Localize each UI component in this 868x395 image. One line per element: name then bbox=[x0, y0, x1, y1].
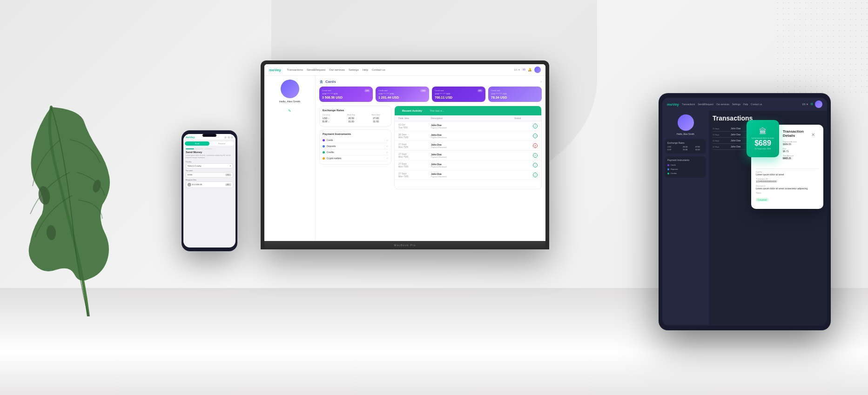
tablet-nav-services[interactable]: Our services bbox=[716, 103, 729, 106]
exchange-usd-label: USD ↓ bbox=[323, 117, 339, 120]
activity-col-desc: Description bbox=[431, 117, 514, 120]
payment-crypto[interactable]: Crypto wallets ∨ bbox=[323, 155, 388, 161]
tablet-lang[interactable]: EN ▼ bbox=[802, 103, 808, 106]
tablet-nav-transactions[interactable]: Transactions bbox=[682, 103, 695, 106]
activity-tab-last[interactable]: The last e... bbox=[426, 108, 448, 113]
modal-fee: Fee $6.71 bbox=[783, 147, 819, 153]
payment-instruments-box: Payment Instruments Cards ∨ Deposits ∨ bbox=[319, 129, 391, 165]
laptop-nav-contact[interactable]: Contact us bbox=[372, 68, 385, 71]
laptop-lang[interactable]: EN ▼ bbox=[514, 68, 520, 71]
card-3-amount: 78.34 USD bbox=[491, 96, 539, 99]
credit-card-1[interactable]: Credit card 1234 **** **** 6765 1 201.44… bbox=[376, 87, 429, 102]
description-value: Lorem ipsum dolor sit amet consectetur a… bbox=[756, 187, 819, 190]
payment-amount-value: $689.05 bbox=[783, 143, 819, 146]
tablet-nav-right: EN ▼ ⚙ bbox=[802, 100, 822, 108]
exchange-eur-buy: 31.00 bbox=[339, 120, 363, 123]
exchange-col-currency: Currency bbox=[323, 114, 339, 116]
laptop-nav-transactions[interactable]: Transactions bbox=[287, 68, 303, 71]
phone-logo: moVey bbox=[186, 136, 195, 139]
phone-recipient-label: Recipient Gets bbox=[186, 179, 233, 181]
tablet-payment-deposits[interactable]: Deposits bbox=[667, 167, 704, 171]
tablet-nav-help[interactable]: Help bbox=[743, 103, 748, 106]
laptop-lower: Exchange Rates Currency Bank Buy Bank Sa… bbox=[319, 106, 542, 189]
modal-details-section: Paid by: Lorem ipsum dolor sit amet Tran… bbox=[756, 168, 819, 202]
phone-tabs: Send Request bbox=[185, 141, 234, 146]
activity-row-1: 28 Sept Mon *555 John Doe Payment Receiv… bbox=[395, 131, 541, 141]
modal-paid-by: Paid by: Lorem ipsum dolor sit amet bbox=[756, 171, 819, 176]
credit-card-0[interactable]: Credit card 1234 **** **** 6478 3 508.56… bbox=[319, 87, 373, 102]
laptop-nav-send[interactable]: Send&Request bbox=[307, 68, 325, 71]
laptop-sidebar-avatar bbox=[281, 80, 299, 98]
payment-label-deposits: Deposits bbox=[327, 145, 384, 147]
activity-status-1: ✓ bbox=[533, 134, 538, 138]
phone-tab-send[interactable]: Send bbox=[185, 141, 209, 146]
activity-row-4: 27 Sept Mon *555 John Doe Payment Receiv… bbox=[395, 161, 541, 170]
card-0-label: Credit card bbox=[322, 89, 370, 92]
phone-send-input[interactable]: $ 300 USD ↓ bbox=[186, 172, 233, 178]
activity-date-1: 28 Sept Mon *555 bbox=[398, 133, 431, 139]
phone-recipient-amount: $ 13 818.06 bbox=[192, 183, 224, 186]
tablet-payment-cards[interactable]: Cards bbox=[667, 163, 704, 167]
payment-cards[interactable]: Cards ∨ bbox=[323, 137, 388, 143]
laptop-user-avatar[interactable] bbox=[534, 67, 541, 73]
payment-chevron-credits: ∨ bbox=[386, 151, 388, 154]
payment-credits[interactable]: Credits ∨ bbox=[323, 149, 388, 155]
credit-card-3[interactable]: Credit card 1234 **** **** 7324 78.34 US… bbox=[488, 87, 542, 102]
laptop-cards-section: 🏦 Cards › Credit card 1234 **** **** 647… bbox=[316, 76, 545, 241]
phone-recipient-input[interactable]: $ 13 818.06 UAH ↓ bbox=[186, 181, 233, 188]
card-2-amount: 700.11 USD bbox=[435, 96, 483, 99]
tablet-user-avatar bbox=[678, 114, 694, 131]
phone-icon-2 bbox=[228, 136, 230, 139]
tablet-nav-settings[interactable]: Settings bbox=[732, 103, 740, 106]
phone-dropdown-icon: ▼ bbox=[229, 165, 231, 167]
modal-payment-amount: Payment Amount $689.05 bbox=[783, 141, 819, 146]
payment-title: Payment Instruments bbox=[323, 133, 388, 135]
payment-label-credits: Credits bbox=[327, 151, 384, 154]
phone-tab-request[interactable]: Request bbox=[209, 141, 234, 146]
payment-deposits[interactable]: Deposits ∨ bbox=[323, 143, 388, 149]
tablet-payment-credits[interactable]: Credits bbox=[667, 171, 704, 175]
tablet-settings-icon[interactable]: ⚙ bbox=[810, 102, 813, 106]
transaction-id-value: 1234500000000000 bbox=[756, 180, 819, 183]
phone-recipient-currency[interactable]: UAH ↓ bbox=[225, 183, 231, 186]
exchange-header-row: Currency Bank Buy Bank Sale bbox=[323, 114, 388, 116]
exchange-col-buy: Bank Buy bbox=[339, 114, 363, 116]
tablet-nav-send[interactable]: Send&Request bbox=[698, 103, 713, 106]
payment-dot-credits bbox=[323, 151, 325, 154]
activity-row-2: 27 Sept Mon *555 John Doe Payment Receiv… bbox=[395, 141, 541, 151]
phone-icon-1 bbox=[224, 136, 227, 139]
activity-tab-recent[interactable]: Recent Activity bbox=[398, 108, 426, 113]
modal-status: Status: Completed bbox=[756, 192, 819, 202]
card-2-label: Credit card bbox=[435, 89, 483, 92]
laptop-screen: moVey Transactions Send&Request Our serv… bbox=[264, 64, 545, 241]
tablet-eur-sale: 31.50 bbox=[692, 148, 704, 151]
activity-date-5: 27 Sept Mon *555 bbox=[398, 172, 431, 178]
cards-chevron[interactable]: › bbox=[540, 80, 542, 84]
activity-desc-4: John Doe Payment Received bbox=[431, 163, 514, 168]
payment-dot-deposits bbox=[323, 145, 325, 147]
card-2-number: 1234 **** **** 6432 bbox=[435, 93, 483, 95]
phone-country-input[interactable]: Select a Country ▼ bbox=[186, 163, 233, 168]
laptop-bell-icon[interactable]: 🔔 bbox=[528, 68, 532, 72]
laptop-nav-settings[interactable]: Settings bbox=[349, 68, 359, 71]
modal-close-button[interactable]: ✕ bbox=[811, 132, 815, 137]
total-value: $683.21 bbox=[783, 157, 819, 160]
laptop-mail-icon[interactable]: ✉ bbox=[523, 68, 525, 72]
payment-chevron-deposits: ∨ bbox=[386, 145, 388, 147]
laptop-nav-help[interactable]: Help bbox=[363, 68, 368, 71]
laptop-edit-icon[interactable]: ✎ bbox=[268, 106, 311, 114]
activity-header: Recent Activity The last e... bbox=[395, 106, 541, 115]
activity-status-4: ✓ bbox=[533, 163, 538, 167]
laptop-frame: moVey Transactions Send&Request Our serv… bbox=[261, 60, 549, 249]
phone-send-currency[interactable]: USD ↓ bbox=[225, 174, 231, 176]
tablet-eur-label: EUR bbox=[667, 148, 679, 151]
credit-card-2[interactable]: Credit card 1234 **** **** 6432 700.11 U… bbox=[432, 87, 485, 102]
tablet-nav: moVey Transactions Send&Request Our serv… bbox=[662, 98, 827, 111]
card-0-amount: 3 508.56 USD bbox=[322, 96, 370, 99]
activity-row-0: 01 Oct Tue *555 John Doe Payment Receive… bbox=[395, 121, 541, 131]
tablet-avatar[interactable] bbox=[815, 100, 822, 108]
payment-dot-crypto bbox=[323, 157, 325, 160]
laptop-nav-services[interactable]: Our services bbox=[329, 68, 345, 71]
tablet-nav-contact[interactable]: Contact us bbox=[751, 103, 762, 106]
phone-send-desc: Lorem ipsum dolor sit amet, consectetur … bbox=[186, 154, 233, 159]
